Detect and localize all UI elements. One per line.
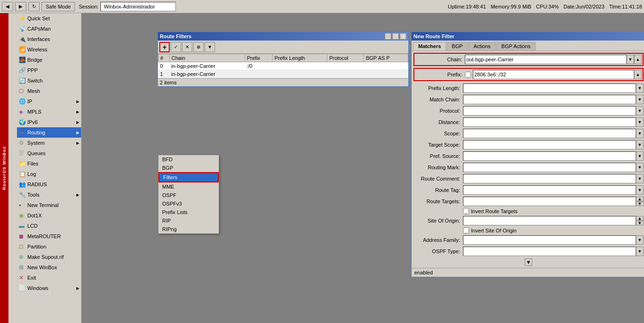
table-row[interactable]: 1 in-bgp-peer-Carrier	[158, 70, 408, 78]
safe-mode-button[interactable]: Safe Mode	[41, 2, 75, 11]
invert-site-of-origin-checkbox[interactable]	[463, 227, 469, 233]
pref-source-input[interactable]	[463, 151, 636, 161]
route-targets-arrow-up[interactable]: ▲	[636, 197, 644, 201]
tab-bgp-actions[interactable]: BGP Actions	[496, 42, 536, 50]
maximize-button[interactable]: □	[392, 33, 399, 40]
col-num[interactable]: #	[158, 54, 170, 62]
sidebar-item-interfaces[interactable]: 🔌 Interfaces	[17, 34, 81, 44]
scroll-down-button[interactable]: ▼	[525, 258, 532, 266]
pref-source-dropdown[interactable]: ▼	[636, 151, 644, 161]
prefix-input[interactable]	[473, 70, 634, 79]
col-prefix-length[interactable]: Prefix Length	[272, 54, 327, 62]
ctx-prefix-lists[interactable]: Prefix Lists	[158, 208, 219, 216]
distance-input[interactable]	[463, 117, 636, 127]
sidebar-item-queues[interactable]: ☰ Queues	[17, 148, 81, 158]
tab-matchers[interactable]: Matchers	[413, 42, 446, 50]
sidebar-item-metarouter[interactable]: ◼ MetaROUTER	[17, 231, 81, 241]
col-bgp-as[interactable]: BGP AS P	[364, 54, 408, 62]
site-of-origin-arrow-down[interactable]: ▼	[636, 221, 644, 225]
ctx-rip[interactable]: RIP	[158, 216, 219, 225]
address-family-dropdown[interactable]: ▼	[636, 235, 644, 245]
sidebar-item-switch[interactable]: 🔄 Switch	[17, 75, 81, 86]
refresh-button[interactable]: ↻	[28, 2, 40, 11]
table-row[interactable]: 0 in-bgp-peer-Carrier :/0	[158, 62, 408, 70]
address-family-input[interactable]	[463, 235, 636, 245]
session-name[interactable]: Winbox-Administrador	[100, 2, 176, 11]
target-scope-input[interactable]	[463, 140, 636, 149]
prefix-checkbox[interactable]	[465, 72, 471, 78]
close-button[interactable]: ✕	[400, 33, 406, 40]
site-of-origin-input[interactable]	[463, 216, 636, 225]
chain-dropdown[interactable]: ▼	[627, 55, 634, 64]
protocol-input[interactable]	[463, 106, 636, 116]
col-protocol[interactable]: Protocol	[327, 54, 364, 62]
sidebar-item-mesh[interactable]: ⬡ Mesh	[17, 86, 81, 96]
route-tag-input[interactable]	[463, 185, 636, 195]
sidebar-item-system[interactable]: ⚙ System ▶	[17, 138, 81, 148]
sidebar-item-log[interactable]: 📋 Log	[17, 169, 81, 179]
route-tag-dropdown[interactable]: ▼	[636, 185, 644, 195]
protocol-dropdown[interactable]: ▼	[636, 106, 644, 116]
forward-button[interactable]: ▶	[15, 2, 26, 11]
route-comment-dropdown[interactable]: ▼	[636, 174, 644, 183]
ospf-type-input[interactable]	[463, 247, 636, 256]
sidebar-item-new-winbox[interactable]: ⊞ New WinBox	[17, 262, 81, 273]
ctx-ospfv3[interactable]: OSPFv3	[158, 199, 219, 208]
scope-dropdown[interactable]: ▼	[636, 129, 644, 138]
sidebar-item-make-supout[interactable]: ⊕ Make Supout.rif	[17, 252, 81, 262]
sidebar-item-windows[interactable]: ⬜ Windows ▶	[17, 283, 81, 293]
routing-mark-dropdown[interactable]: ▼	[636, 163, 644, 172]
ctx-filters[interactable]: Filters	[158, 172, 219, 182]
sidebar-item-mpls[interactable]: ◈ MPLS ▶	[17, 107, 81, 117]
scope-input[interactable]	[463, 129, 636, 138]
chain-arrow-up[interactable]: ▲	[634, 55, 642, 64]
minimize-button[interactable]: _	[385, 33, 391, 40]
ctx-bgp[interactable]: BGP	[158, 164, 219, 172]
copy-button[interactable]: ⊕	[193, 42, 204, 52]
add-button[interactable]: +	[159, 42, 170, 52]
sidebar-item-capsman[interactable]: 📡 CAPsMan	[17, 24, 81, 34]
col-prefix[interactable]: Prefix	[245, 54, 272, 62]
distance-dropdown[interactable]: ▼	[636, 117, 644, 127]
invert-route-targets-checkbox[interactable]	[463, 208, 469, 214]
route-comment-input[interactable]	[463, 174, 636, 183]
sidebar-item-bridge[interactable]: 🌉 Bridge	[17, 55, 81, 65]
filter-button[interactable]: ▼	[205, 42, 215, 52]
routing-mark-input[interactable]	[463, 163, 636, 172]
sidebar-item-lcd[interactable]: ▬ LCD	[17, 221, 81, 231]
back-button[interactable]: ◀	[2, 2, 13, 11]
sidebar-item-dot1x[interactable]: ◉ Dot1X	[17, 210, 81, 221]
target-scope-dropdown[interactable]: ▼	[636, 140, 644, 149]
sidebar-item-new-terminal[interactable]: ▪ New Terminal	[17, 200, 81, 210]
ctx-bfd[interactable]: BFD	[158, 155, 219, 164]
ospf-type-dropdown[interactable]: ▼	[636, 247, 644, 256]
match-chain-dropdown[interactable]: ▼	[636, 95, 644, 104]
sidebar-item-exit[interactable]: ✕ Exit	[17, 273, 81, 283]
prefix-length-dropdown[interactable]: ▼	[636, 83, 644, 93]
ctx-ospf[interactable]: OSPF	[158, 191, 219, 199]
sidebar-item-routing[interactable]: ↔ Routing ▶	[17, 127, 81, 138]
sidebar-item-files[interactable]: 📁 Files	[17, 158, 81, 169]
tab-bgp[interactable]: BGP	[446, 42, 468, 50]
ctx-mme[interactable]: MME	[158, 182, 219, 191]
route-targets-arrow-down[interactable]: ▼	[636, 201, 644, 206]
sidebar-item-quick-set[interactable]: ⚡ Quick Set	[17, 13, 81, 24]
ctx-ripng[interactable]: RIPng	[158, 225, 219, 233]
sidebar-item-wireless[interactable]: 📶 Wireless	[17, 44, 81, 55]
route-targets-input[interactable]	[463, 197, 636, 206]
tab-actions[interactable]: Actions	[469, 42, 496, 50]
match-chain-input[interactable]	[463, 95, 636, 104]
sidebar-item-ip[interactable]: 🌐 IP ▶	[17, 96, 81, 107]
sidebar-item-ppp[interactable]: 🔗 PPP	[17, 65, 81, 75]
sidebar-item-partition[interactable]: ⊡ Partition	[17, 241, 81, 252]
sidebar-item-tools[interactable]: 🔧 Tools ▶	[17, 190, 81, 200]
sidebar-item-ipv6[interactable]: 🌍 IPv6 ▶	[17, 117, 81, 127]
edit-button[interactable]: ✓	[171, 42, 181, 52]
prefix-length-input[interactable]	[463, 83, 636, 93]
prefix-arrow-up[interactable]: ▲	[634, 70, 642, 79]
sidebar-item-radius[interactable]: 👥 RADIUS	[17, 179, 81, 190]
site-of-origin-arrow-up[interactable]: ▲	[636, 216, 644, 221]
delete-button[interactable]: ✕	[182, 42, 192, 52]
chain-input[interactable]	[465, 55, 627, 64]
col-chain[interactable]: Chain	[169, 54, 245, 62]
